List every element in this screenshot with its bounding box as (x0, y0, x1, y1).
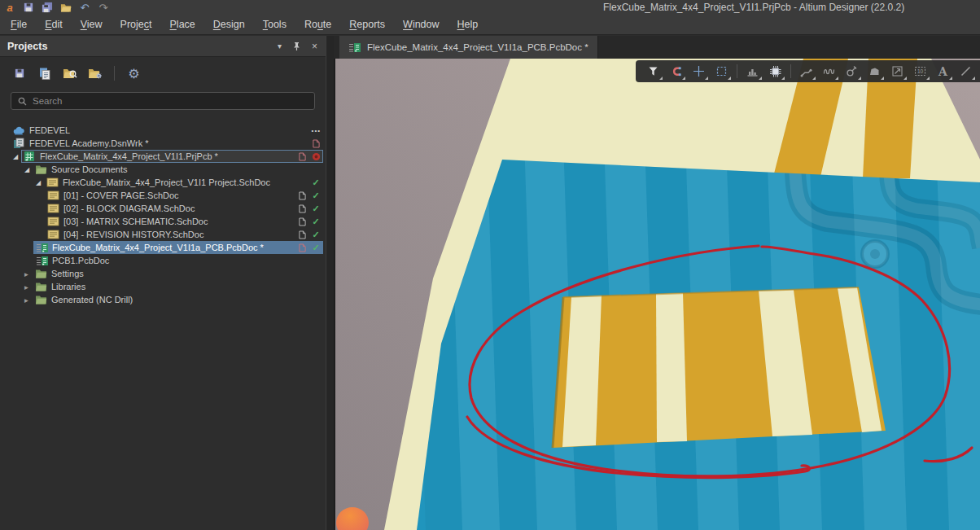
menu-project[interactable]: Project (112, 19, 161, 30)
pcb-project-icon (24, 151, 37, 162)
measure-icon[interactable]: 10 (909, 62, 931, 81)
open-folder-icon[interactable] (60, 2, 72, 13)
tree-item-revision-history[interactable]: [04] - REVISION HISTORY.SchDoc✓ (0, 228, 326, 241)
tree-item-label: [04] - REVISION HISTORY.SchDoc (63, 230, 203, 239)
pcb-editor-canvas[interactable]: 10A (334, 59, 980, 530)
status-icons: ✓ (311, 176, 321, 189)
copy-documents-icon[interactable] (36, 65, 53, 81)
pcb-doc-icon (348, 42, 362, 53)
expand-arrow-icon[interactable]: ▸ (24, 283, 35, 291)
menu-window[interactable]: Window (394, 19, 448, 30)
move-arrow-icon[interactable] (886, 62, 908, 81)
polygon-icon[interactable] (864, 62, 886, 81)
sheet-icon (46, 177, 60, 187)
folder-search-icon[interactable] (61, 65, 78, 81)
status-icons: ✓ (297, 189, 321, 202)
tree-item-label: Settings (51, 269, 84, 278)
tree-item-fedevel[interactable]: FEDEVEL••• (0, 124, 326, 137)
saved-page-icon (297, 230, 307, 239)
expand-arrow-icon[interactable]: ◢ (13, 153, 24, 160)
cloud-icon (13, 126, 27, 135)
menu-place[interactable]: Place (161, 19, 204, 30)
panel-splitter[interactable] (326, 36, 334, 530)
save-icon[interactable] (11, 65, 28, 81)
crosshair-icon[interactable] (688, 62, 710, 81)
selection-box-icon[interactable] (711, 62, 733, 81)
pcb-doc-icon (36, 243, 50, 253)
toolbar-divider (790, 64, 791, 78)
projects-panel-toolbar: ⚙ (0, 57, 326, 87)
chip-icon[interactable] (764, 62, 786, 81)
layer-stack-icon[interactable] (742, 62, 763, 81)
check-icon: ✓ (311, 204, 321, 214)
view-toolbar: 10A (636, 60, 980, 82)
menu-tools[interactable]: Tools (254, 19, 295, 30)
undo-icon[interactable]: ↶ (79, 2, 90, 13)
pin-icon[interactable] (292, 42, 301, 51)
menu-reports[interactable]: Reports (340, 19, 394, 30)
more-options-icon[interactable]: ••• (312, 127, 321, 134)
expand-arrow-icon[interactable]: ▸ (24, 296, 35, 304)
tree-item-label: [03] - MATRIX SCHEMATIC.SchDoc (63, 217, 208, 226)
text-icon[interactable]: A (932, 62, 954, 81)
redo-icon[interactable]: ↷ (98, 2, 109, 13)
menu-view[interactable]: View (72, 19, 112, 30)
pcb-doc-icon (36, 256, 50, 266)
svg-text:10: 10 (917, 68, 924, 74)
altium-logo-icon[interactable]: a (4, 2, 15, 13)
folder-settings-icon[interactable] (86, 65, 103, 81)
status-icons (297, 150, 321, 163)
close-icon[interactable]: × (312, 42, 317, 51)
tree-item-fedevel-academy-dsnwrk[interactable]: FEDEVEL Academy.DsnWrk * (0, 137, 326, 150)
status-icons (311, 137, 321, 150)
tree-item-matrix-schematic[interactable]: [03] - MATRIX SCHEMATIC.SchDoc✓ (0, 215, 326, 228)
search-input[interactable]: Search (11, 92, 315, 110)
tree-item-label: Source Documents (51, 164, 128, 174)
search-icon (17, 97, 27, 106)
menu-route[interactable]: Route (295, 19, 340, 30)
tree-item-project-schdoc[interactable]: ◢FlexCube_Matrix_4x4_Project_V1I1 Projec… (0, 176, 326, 189)
document-tab-bar: FlexCube_Matrix_4x4_Project_V1I1a_PCB.Pc… (334, 36, 980, 59)
expand-arrow-icon[interactable]: ▸ (24, 269, 35, 278)
tree-item-generated-nc-drill[interactable]: ▸Generated (NC Drill) (0, 293, 326, 306)
menu-edit[interactable]: Edit (36, 19, 72, 30)
save-all-icon[interactable] (42, 2, 53, 13)
menu-help[interactable]: Help (448, 19, 488, 30)
via-icon[interactable] (841, 62, 863, 81)
pcb-3d-view[interactable] (335, 59, 980, 530)
dropdown-arrow-icon[interactable]: ▾ (278, 42, 282, 50)
modified-page-icon (297, 152, 307, 161)
tree-item-flexcube-prjpcb[interactable]: ◢FlexCube_Matrix_4x4_Project_V1I1.PrjPcb… (0, 150, 326, 163)
sheet-icon (47, 204, 61, 213)
projects-panel-header-icons: ▾× (278, 42, 317, 51)
save-icon[interactable] (23, 2, 34, 13)
altium-designer-window: a↶↷ FlexCube_Matrix_4x4_Project_V1I1.Prj… (0, 0, 980, 530)
menu-file[interactable]: File (2, 19, 36, 30)
tab-pcbdoc[interactable]: FlexCube_Matrix_4x4_Project_V1I1a_PCB.Pc… (339, 36, 598, 59)
route-icon[interactable] (795, 62, 817, 81)
tree-item-source-documents[interactable]: ◢Source Documents (0, 163, 326, 176)
settings-gear-icon[interactable]: ⚙ (125, 65, 142, 81)
tree-item-pcb1-pcbdoc[interactable]: PCB1.PcbDoc (0, 254, 326, 267)
meander-icon[interactable] (818, 62, 840, 81)
check-icon: ✓ (311, 177, 321, 188)
toolbar-divider (114, 66, 115, 81)
search-placeholder: Search (33, 96, 62, 106)
projects-panel-header: Projects ▾× (0, 36, 326, 57)
expand-arrow-icon[interactable]: ◢ (36, 179, 46, 186)
filter-icon[interactable] (642, 62, 664, 81)
tree-item-settings[interactable]: ▸Settings (0, 267, 326, 280)
saved-page-icon (297, 217, 307, 226)
tree-item-block-diagram[interactable]: [02] - BLOCK DIAGRAM.SchDoc✓ (0, 202, 326, 215)
tree-item-label: Generated (NC Drill) (51, 295, 133, 304)
magnet-icon[interactable] (665, 62, 687, 81)
line-icon[interactable] (955, 62, 977, 81)
menu-design[interactable]: Design (204, 19, 254, 30)
exposed-copper-window (553, 287, 886, 448)
tree-item-libraries[interactable]: ▸Libraries (0, 280, 326, 293)
expand-arrow-icon[interactable]: ◢ (24, 166, 35, 173)
quick-access-bar: a↶↷ (2, 0, 109, 15)
tree-item-label: FlexCube_Matrix_4x4_Project_V1I1.PrjPcb … (40, 151, 218, 161)
tree-item-cover-page[interactable]: [01] - COVER PAGE.SchDoc✓ (0, 189, 326, 202)
tree-item-flexcube-pcbdoc[interactable]: FlexCube_Matrix_4x4_Project_V1I1a_PCB.Pc… (0, 241, 326, 254)
